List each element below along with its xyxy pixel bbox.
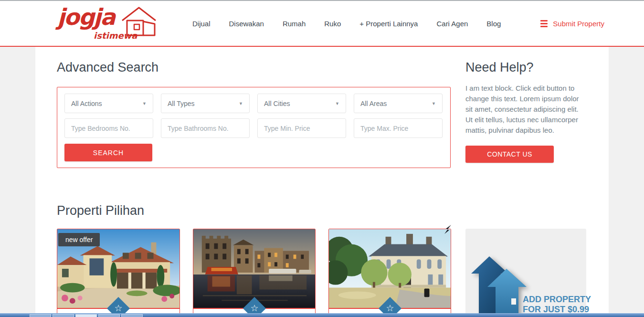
taskbar [0, 313, 644, 317]
site-logo[interactable]: jogja istimewa [57, 4, 167, 44]
mouse-cursor [443, 224, 452, 237]
nav-item-disewakan[interactable]: Disewakan [229, 20, 264, 28]
promo-house-arrows-graphic [471, 256, 528, 317]
property-card[interactable]: ☆ [328, 229, 451, 317]
submit-property-link[interactable]: Submit Property [540, 20, 604, 28]
nav-item-cari-agen[interactable]: Cari Agen [436, 20, 468, 28]
promo-card[interactable]: ADD PROPERTY FOR JUST $0.99 [465, 229, 586, 317]
caret-down-icon: ▼ [239, 101, 243, 106]
property-card[interactable]: ☆ [193, 229, 316, 317]
promo-line-1: ADD PROPERTY [523, 295, 591, 305]
nav-item-dijual[interactable]: Dijual [192, 20, 211, 28]
nav-item-properti-lainnya[interactable]: + Properti Lainnya [359, 20, 418, 28]
max-price-input[interactable] [354, 118, 443, 138]
advanced-search-title: Advanced Search [57, 60, 158, 75]
area-select-value: All Areas [360, 100, 387, 107]
star-icon: ☆ [386, 304, 394, 313]
site-header: jogja istimewa Dijual Disewakan Rumah Ru… [0, 1, 644, 47]
taskbar-button[interactable] [75, 314, 97, 317]
nav-item-ruko[interactable]: Ruko [324, 20, 341, 28]
star-icon: ☆ [250, 304, 258, 313]
bathrooms-input[interactable] [161, 118, 250, 138]
search-button[interactable]: SEARCH [64, 144, 152, 161]
nav-item-rumah[interactable]: Rumah [283, 20, 306, 28]
area-select[interactable]: All Areas ▼ [354, 94, 443, 113]
taskbar-button[interactable] [30, 314, 51, 317]
bedrooms-input[interactable] [64, 118, 153, 138]
city-select[interactable]: All Cities ▼ [257, 94, 346, 113]
type-select[interactable]: All Types ▼ [161, 94, 250, 113]
type-select-value: All Types [168, 100, 195, 107]
submit-property-label: Submit Property [553, 20, 604, 28]
main-nav: Dijual Disewakan Rumah Ruko + Properti L… [192, 1, 604, 46]
taskbar-button[interactable] [53, 314, 74, 317]
help-text: I am text block. Click edit button to ch… [465, 83, 586, 136]
hamburger-icon [540, 20, 548, 27]
action-select[interactable]: All Actions ▼ [64, 94, 153, 113]
need-help-title: Need Help? [465, 60, 534, 75]
min-price-input[interactable] [257, 118, 346, 138]
search-form: All Actions ▼ All Types ▼ All Cities ▼ A… [57, 87, 451, 168]
caret-down-icon: ▼ [335, 101, 339, 106]
caret-down-icon: ▼ [432, 101, 436, 106]
star-icon: ☆ [114, 304, 122, 313]
city-select-value: All Cities [264, 100, 290, 107]
logo-subtext: istimewa [94, 31, 137, 41]
listings-title: Properti Pilihan [57, 203, 144, 218]
caret-down-icon: ▼ [142, 101, 147, 106]
property-card[interactable]: new offer [57, 229, 180, 317]
nav-item-blog[interactable]: Blog [486, 20, 501, 28]
logo-text: jogja [57, 4, 115, 30]
taskbar-button[interactable] [98, 314, 120, 317]
new-offer-badge: new offer [58, 233, 100, 246]
contact-us-button[interactable]: CONTACT US [465, 146, 554, 163]
action-select-value: All Actions [71, 100, 102, 107]
taskbar-button[interactable] [121, 314, 143, 317]
promo-text: ADD PROPERTY FOR JUST $0.99 [523, 295, 591, 315]
